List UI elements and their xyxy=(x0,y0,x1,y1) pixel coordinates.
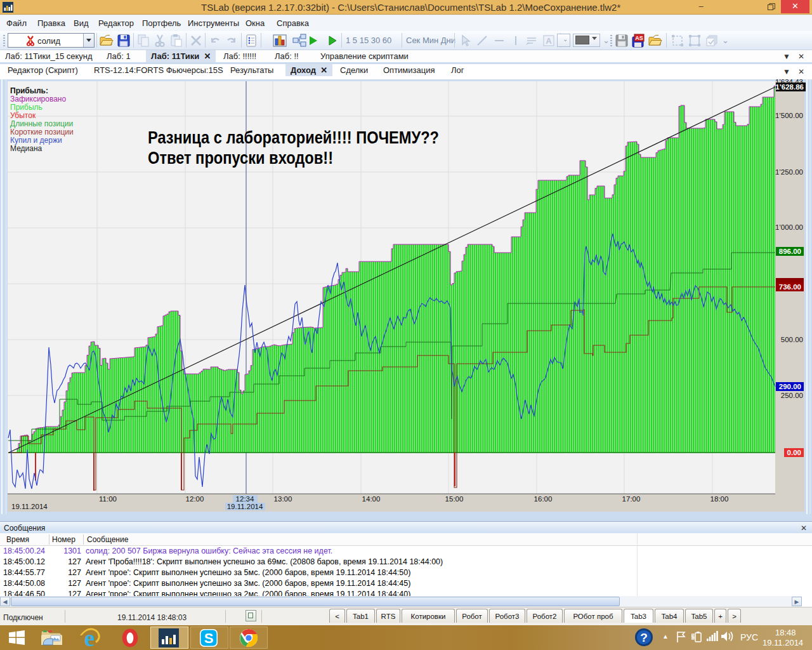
svg-text:Ответ пропуски входов!!: Ответ пропуски входов!! xyxy=(148,149,333,168)
svg-text:11:00: 11:00 xyxy=(99,495,117,503)
svg-text:500.00: 500.00 xyxy=(781,336,803,343)
svg-text:12:00: 12:00 xyxy=(186,495,204,503)
svg-text:17:00: 17:00 xyxy=(622,495,641,503)
svg-text:290.00: 290.00 xyxy=(779,383,801,390)
svg-text:1’628.86: 1’628.86 xyxy=(775,83,804,91)
svg-text:Медиана: Медиана xyxy=(10,144,43,153)
svg-text:A: A xyxy=(546,36,552,46)
svg-text:AS: AS xyxy=(635,35,643,41)
svg-text:Убыток: Убыток xyxy=(10,111,36,120)
svg-text:Короткие позиции: Короткие позиции xyxy=(10,128,74,136)
svg-text:1’000.00: 1’000.00 xyxy=(775,223,803,231)
svg-text:19.11.2014: 19.11.2014 xyxy=(227,503,263,510)
svg-text:12:34: 12:34 xyxy=(236,495,254,503)
svg-text:736.00: 736.00 xyxy=(779,283,801,291)
svg-text:13:00: 13:00 xyxy=(274,495,292,503)
svg-text:Купил и держи: Купил и держи xyxy=(10,136,62,145)
svg-text:1’500.00: 1’500.00 xyxy=(775,112,803,119)
svg-text:896.00: 896.00 xyxy=(779,248,801,255)
svg-text:Разница с лабораторией!!!! ПОЧ: Разница с лабораторией!!!! ПОЧЕМУ?? xyxy=(148,128,439,147)
svg-text:Прибыль: Прибыль xyxy=(10,103,43,112)
svg-text:14:00: 14:00 xyxy=(362,495,381,503)
svg-text:?: ? xyxy=(640,631,648,644)
svg-text:Длинные позиции: Длинные позиции xyxy=(10,119,73,128)
svg-text:0.00: 0.00 xyxy=(787,449,801,456)
svg-text:19.11.2014: 19.11.2014 xyxy=(11,503,48,510)
svg-text:S: S xyxy=(204,630,214,646)
svg-text:Прибыль:: Прибыль: xyxy=(10,86,48,95)
svg-text:250.00: 250.00 xyxy=(781,392,803,399)
svg-text:18:00: 18:00 xyxy=(710,495,729,503)
svg-text:Зафиксировано: Зафиксировано xyxy=(10,95,66,103)
svg-text:15:00: 15:00 xyxy=(445,495,464,503)
svg-text:16:00: 16:00 xyxy=(534,495,553,503)
svg-text:1’250.00: 1’250.00 xyxy=(775,168,803,176)
